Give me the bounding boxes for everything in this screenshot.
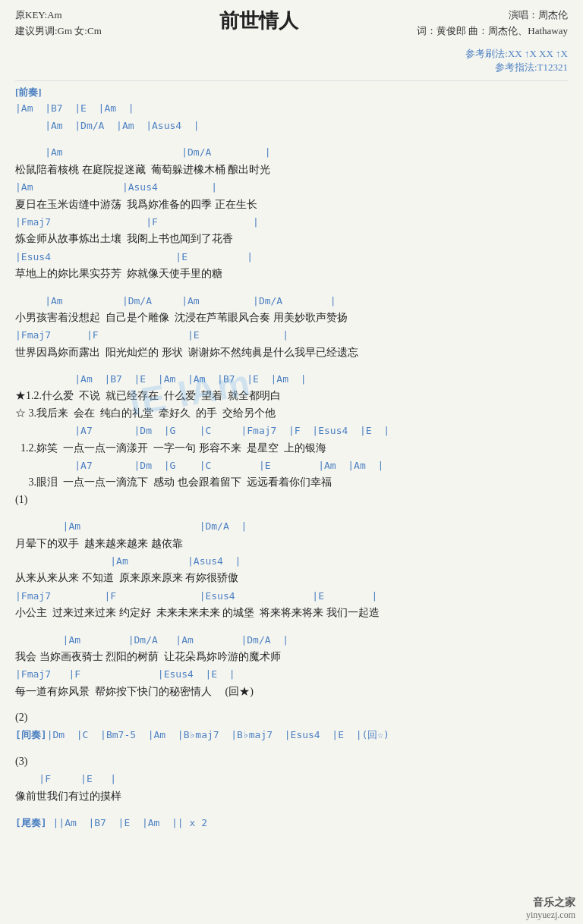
- chord-line: |Fmaj7 |F |E |: [15, 326, 568, 344]
- chord-line: |Fmaj7 |F |Esus4 |E |: [15, 665, 568, 683]
- section-section3: (3) |F |E |像前世我们有过的摸样: [15, 753, 568, 805]
- lyric-line: ★1.2.什么爱 不说 就已经存在 什么爱 望着 就全都明白: [15, 388, 568, 404]
- lyric-line: (3): [15, 753, 568, 770]
- section-prelude: [前奏]|Am |B7 |E |Am | |Am |Dm/A |Am |Asus…: [15, 86, 568, 135]
- chord-rest: ||Am |B7 |E |Am || x 2: [47, 817, 207, 828]
- lyric-line: 草地上的妳比果实芬芳 妳就像天使手里的糖: [15, 266, 568, 282]
- chord-line: |Am |Asus4 |: [15, 178, 568, 196]
- chord-line: |Am |Dm/A |Am |Asus4 |: [15, 117, 568, 134]
- original-key: 原KEY:Am: [15, 8, 102, 24]
- section-label: [前奏]: [15, 86, 42, 98]
- footer-logo: 音乐之家: [533, 897, 575, 908]
- section-verse2: |Am |Dm/A |Am |Dm/A |小男孩害着没想起 自己是个雕像 沈浸在…: [15, 292, 568, 362]
- chord-line: |Am |Dm/A |: [15, 517, 568, 535]
- inline-section-label: [尾奏]: [15, 817, 47, 828]
- lyric-line: 世界因爲妳而露出 阳光灿烂的 形状 谢谢妳不然纯眞是什么我早已经遗忘: [15, 344, 568, 361]
- strum-label: 参考刷法:XX ↑X XX ↑X: [15, 47, 568, 61]
- header-area: 原KEY:Am 建议男调:Gm 女:Cm 前世情人 演唱：周杰伦 词：黄俊郎 曲…: [15, 8, 568, 39]
- lyric-line: 1.2.妳笑 一点一点一滴漾开 一字一句 形容不来 是星空 上的银海: [15, 440, 568, 457]
- lyric-line: 每一道有妳风景 帮妳按下快门的秘密情人 (回★): [15, 684, 568, 700]
- chord-line: |Fmaj7 |F |: [15, 213, 568, 231]
- lyric-line: (1): [15, 492, 568, 508]
- divider-top: [15, 80, 568, 81]
- lyric-line: 像前世我们有过的摸样: [15, 788, 568, 805]
- chord-label-line: [间奏]|Dm |C |Bm7-5 |Am |B♭maj7 |B♭maj7 |E…: [15, 726, 568, 743]
- chord-line: |Esus4 |E |: [15, 248, 568, 266]
- chord-line: |A7 |Dm |G |C |Fmaj7 |F |Esus4 |E |: [15, 422, 568, 439]
- lyric-line: 夏日在玉米齿缝中游荡 我爲妳准备的四季 正在生长: [15, 196, 568, 213]
- chord-line: |A7 |Dm |G |C |E |Am |Am |: [15, 457, 568, 474]
- key-info: 原KEY:Am 建议男调:Gm 女:Cm: [15, 8, 102, 39]
- lyric-line: 我会 当妳画夜骑士 烈阳的树荫 让花朵爲妳吟游的魔术师: [15, 649, 568, 665]
- lyric-line: ☆ 3.我后来 会在 纯白的礼堂 牵好久 的手 交给另个他: [15, 405, 568, 422]
- footer: 音乐之家 yinyuezj.com: [0, 893, 583, 924]
- chord-line: |Am |Dm/A |Am |Dm/A |: [15, 631, 568, 649]
- section-bridge2: |Am |Dm/A |Am |Dm/A |我会 当妳画夜骑士 烈阳的树荫 让花朵…: [15, 631, 568, 701]
- chord-line: |Am |Dm/A |: [15, 143, 568, 161]
- lyric-line: 小男孩害着没想起 自己是个雕像 沈浸在芦苇眼风合奏 用美妙歌声赞扬: [15, 310, 568, 326]
- chord-line: |Fmaj7 |F |Esus4 |E |: [15, 587, 568, 605]
- credits: 词：黄俊郎 曲：周杰伦、Hathaway: [417, 24, 568, 39]
- artist-info: 演唱：周杰伦 词：黄俊郎 曲：周杰伦、Hathaway: [417, 8, 568, 39]
- chord-line: |Am |B7 |E |Am |Am |B7 |E |Am |: [15, 370, 568, 388]
- chord-line: |Am |B7 |E |Am |: [15, 99, 568, 117]
- footer-url: yinyuezj.com: [526, 910, 575, 920]
- lyric-line: 月晕下的双手 越来越来越来 越依靠: [15, 536, 568, 552]
- lyric-line: 松鼠陪着核桃 在庭院捉迷藏 葡萄躲进橡木桶 酿出时光: [15, 162, 568, 178]
- section-interlude: (2)[间奏]|Dm |C |Bm7-5 |Am |B♭maj7 |B♭maj7…: [15, 709, 568, 744]
- section-bridge1: |Am |Dm/A |月晕下的双手 越来越来越来 越依靠 |Am |Asus4 …: [15, 517, 568, 621]
- suggested-key: 建议男调:Gm 女:Cm: [15, 24, 102, 39]
- finger-label: 参考指法:T12321: [15, 61, 568, 74]
- singer-label: 演唱：周杰伦: [417, 8, 568, 24]
- lyric-line: 小公主 过来过来过来 约定好 未来未来未来 的城堡 将来将来将来 我们一起造: [15, 605, 568, 621]
- chord-label-line: [尾奏] ||Am |B7 |E |Am || x 2: [15, 814, 568, 831]
- reference-info: 参考刷法:XX ↑X XX ↑X 参考指法:T12321: [15, 47, 568, 74]
- song-content: [前奏]|Am |B7 |E |Am | |Am |Dm/A |Am |Asus…: [15, 86, 568, 832]
- chord-line: |Am |Dm/A |Am |Dm/A |: [15, 292, 568, 310]
- chord-rest: |Dm |C |Bm7-5 |Am |B♭maj7 |B♭maj7 |Esus4…: [47, 729, 389, 740]
- song-title: 前世情人: [102, 8, 417, 34]
- lyric-line: 从来从来从来 不知道 原来原来原来 有妳很骄傲: [15, 570, 568, 586]
- lyric-line: 炼金师从故事炼出土壤 我阁上书也闻到了花香: [15, 231, 568, 247]
- lyric-line: (2): [15, 709, 568, 726]
- section-chorus: |Am |B7 |E |Am |Am |B7 |E |Am |★1.2.什么爱 …: [15, 370, 568, 508]
- section-verse1: |Am |Dm/A |松鼠陪着核桃 在庭院捉迷藏 葡萄躲进橡木桶 酿出时光|Am…: [15, 143, 568, 282]
- inline-section-label: [间奏]: [15, 729, 47, 740]
- lyric-line: 3.眼泪 一点一点一滴流下 感动 也会跟着留下 远远看着你们幸福: [15, 474, 568, 491]
- chord-line: |F |E |: [15, 770, 568, 787]
- chord-line: |Am |Asus4 |: [15, 552, 568, 570]
- section-outro: [尾奏] ||Am |B7 |E |Am || x 2: [15, 814, 568, 831]
